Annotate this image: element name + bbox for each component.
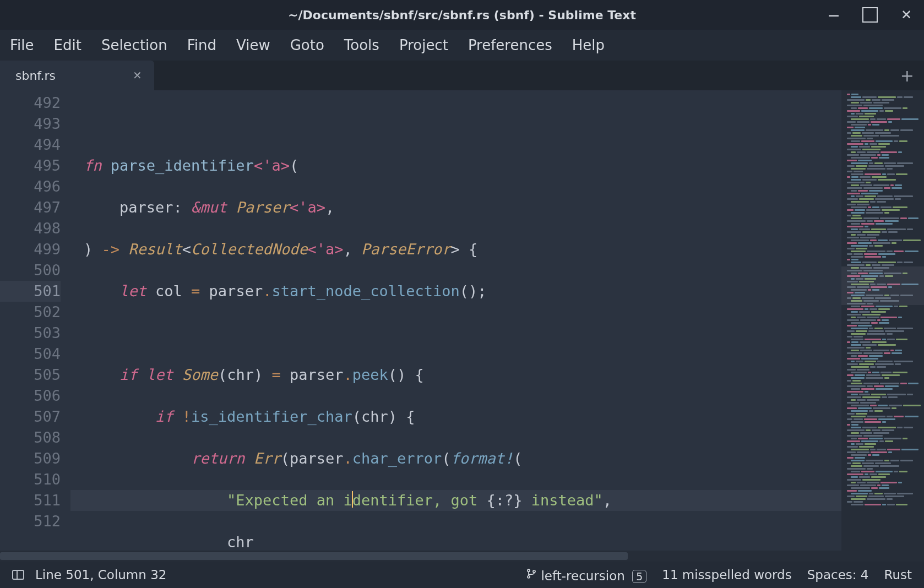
code-line: ) -> Result<CollectedNode<'a>, ParseErro…	[70, 239, 841, 260]
menu-help[interactable]: Help	[572, 37, 605, 53]
window-title: ~/Documents/sbnf/src/sbnf.rs (sbnf) - Su…	[288, 8, 636, 22]
svg-point-2	[533, 570, 535, 572]
code-line: if !is_identifier_char(chr) {	[70, 406, 841, 427]
status-syntax[interactable]: Rust	[884, 568, 912, 582]
git-branch-icon	[526, 569, 541, 583]
tabbar: sbnf.rs ✕ +	[0, 61, 924, 90]
code-line	[70, 113, 841, 134]
code-line: let col = parser.start_node_collection()…	[70, 281, 841, 302]
minimap-viewport[interactable]	[841, 266, 924, 305]
code-line: "Expected an identifier, got {:?} instea…	[70, 490, 841, 511]
statusbar: Line 501, Column 32 left-recursion 5 11 …	[0, 562, 924, 588]
code-line: chr	[70, 532, 841, 551]
editor[interactable]: 492 493 494 495 496 497 498 499 500 501 …	[0, 90, 924, 551]
code-line: return Err(parser.char_error(format!(	[70, 448, 841, 469]
menubar: File Edit Selection Find View Goto Tools…	[0, 30, 924, 61]
minimize-icon[interactable]: —	[826, 7, 841, 23]
minimap[interactable]	[841, 90, 924, 551]
code-line: if let Some(chr) = parser.peek() {	[70, 364, 841, 385]
tab-sbnf-rs[interactable]: sbnf.rs ✕	[0, 61, 154, 90]
code-line: fn parse_identifier<'a>(	[70, 155, 841, 176]
maximize-icon[interactable]	[862, 7, 878, 23]
gutter: 492 493 494 495 496 497 498 499 500 501 …	[0, 90, 70, 551]
code-line	[70, 323, 841, 344]
branch-ahead-badge: 5	[632, 570, 646, 583]
menu-file[interactable]: File	[10, 37, 34, 53]
status-indent[interactable]: Spaces: 4	[807, 568, 869, 582]
menu-goto[interactable]: Goto	[290, 37, 324, 53]
menu-find[interactable]: Find	[187, 37, 216, 53]
svg-point-0	[528, 569, 530, 571]
code-area[interactable]: fn parse_identifier<'a>( parser: &mut Pa…	[70, 90, 841, 551]
status-git-branch[interactable]: left-recursion 5	[526, 567, 646, 583]
svg-point-1	[528, 575, 530, 578]
tab-close-icon[interactable]: ✕	[133, 69, 142, 82]
menu-tools[interactable]: Tools	[344, 37, 379, 53]
scrollbar-thumb[interactable]	[0, 552, 628, 560]
status-spellcheck[interactable]: 11 misspelled words	[662, 568, 791, 582]
horizontal-scrollbar[interactable]	[0, 551, 924, 562]
titlebar: ~/Documents/sbnf/src/sbnf.rs (sbnf) - Su…	[0, 0, 924, 30]
menu-view[interactable]: View	[236, 37, 270, 53]
menu-selection[interactable]: Selection	[101, 37, 167, 53]
close-icon[interactable]: ✕	[899, 7, 914, 23]
code-line: parser: &mut Parser<'a>,	[70, 197, 841, 218]
panel-toggle-icon[interactable]	[12, 570, 24, 580]
menu-project[interactable]: Project	[399, 37, 448, 53]
menu-preferences[interactable]: Preferences	[468, 37, 552, 53]
new-tab-icon[interactable]: +	[900, 61, 914, 90]
window-controls: — ✕	[826, 0, 914, 30]
tab-label: sbnf.rs	[15, 69, 56, 83]
menu-edit[interactable]: Edit	[54, 37, 81, 53]
status-line-col[interactable]: Line 501, Column 32	[35, 568, 166, 582]
